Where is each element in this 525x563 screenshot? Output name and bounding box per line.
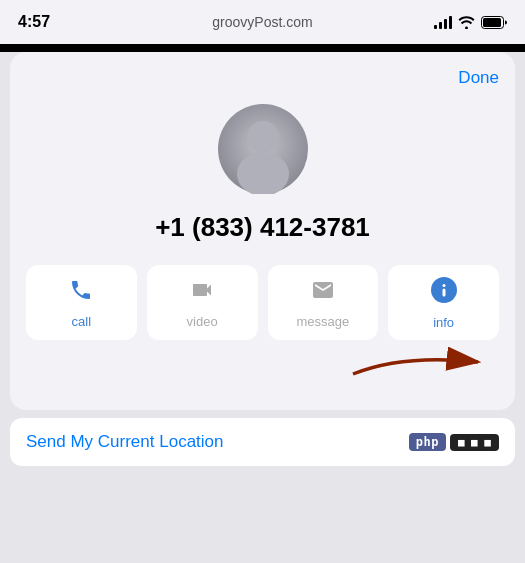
location-card[interactable]: Send My Current Location php ■ ■ ■ [10,418,515,466]
message-label: message [297,314,350,329]
call-label: call [72,314,92,329]
php-badge-area: php ■ ■ ■ [409,433,499,451]
status-icons [434,15,507,29]
wifi-icon [458,16,475,29]
message-button[interactable]: message [268,265,379,340]
avatar-area [26,104,499,194]
video-button[interactable]: video [147,265,258,340]
location-label: Send My Current Location [26,432,224,452]
battery-icon [481,16,507,29]
svg-rect-1 [483,18,501,27]
phone-number: +1 (833) 412-3781 [26,212,499,243]
svg-point-6 [442,284,445,287]
avatar-icon [218,104,308,194]
call-icon [69,278,93,308]
message-icon [311,278,335,308]
contact-card: Done +1 ( [10,52,515,410]
svg-point-4 [237,152,289,194]
sheet-backdrop: Done +1 ( [0,52,525,563]
svg-rect-7 [442,289,445,297]
signal-icon [434,15,452,29]
info-icon [431,277,457,309]
video-icon [190,278,214,308]
status-time: 4:57 [18,13,50,31]
status-site: groovyPost.com [212,14,312,30]
video-label: video [187,314,218,329]
info-button[interactable]: info [388,265,499,340]
actions-row: call video message [26,265,499,340]
status-bar: 4:57 groovyPost.com [0,0,525,44]
call-button[interactable]: call [26,265,137,340]
svg-point-3 [247,121,279,153]
php-logo: php [409,433,446,451]
arrow-indicator [26,344,499,394]
arrow-svg [323,334,503,389]
info-label: info [433,315,454,330]
dark-badge: ■ ■ ■ [450,434,499,451]
avatar [218,104,308,194]
done-button[interactable]: Done [26,68,499,88]
